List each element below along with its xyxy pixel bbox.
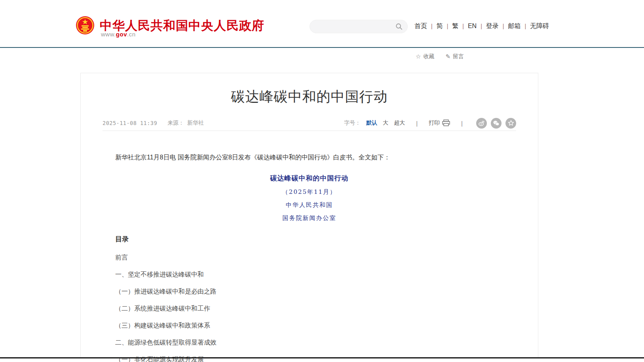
star-share-icon[interactable] <box>505 118 516 129</box>
document-author-line1: 中华人民共和国 <box>103 201 516 209</box>
search-icon[interactable] <box>395 23 403 30</box>
nav-separator: | <box>431 23 433 29</box>
search-input[interactable] <box>316 21 393 32</box>
meta-separator: | <box>461 120 463 127</box>
site-header: 中华人民共和国中央人民政府 www.gov.cn 首页|简|繁|EN|登录|邮箱… <box>0 0 644 48</box>
printer-icon <box>442 119 450 127</box>
toc-item-1-3: （三）构建碳达峰碳中和政策体系 <box>115 322 516 329</box>
pencil-icon: ✎ <box>445 53 450 60</box>
document-title: 碳达峰碳中和的中国行动 <box>103 174 516 183</box>
font-size-large-button[interactable]: 大 <box>383 119 388 127</box>
article-meta-left: 2025-11-08 11:39 来源：新华社 <box>103 119 204 127</box>
article-date: 2025-11-08 11:39 <box>103 120 157 126</box>
meta-divider <box>103 131 516 131</box>
nav-separator: | <box>447 23 448 29</box>
nav-english[interactable]: EN <box>467 23 477 29</box>
comment-label: 留言 <box>453 53 464 60</box>
site-url-cn: .cn <box>127 31 136 38</box>
share-icons <box>476 118 516 129</box>
toc-item-1-1: （一）推进碳达峰碳中和是必由之路 <box>115 288 516 295</box>
nav-separator: | <box>481 23 482 29</box>
nav-separator: | <box>462 23 464 29</box>
star-outline-icon: ☆ <box>416 53 421 60</box>
document-date: （2025年11月） <box>103 188 516 196</box>
gov-cn-article-page: { "header": { "site_title": "中华人民共和国中央人民… <box>0 0 644 362</box>
toc-item-1-2: （二）系统推进碳达峰碳中和工作 <box>115 305 516 312</box>
print-button[interactable]: 打印 <box>429 119 450 127</box>
weibo-share-icon[interactable] <box>476 118 487 129</box>
national-emblem-logo <box>76 16 95 35</box>
print-label: 打印 <box>429 119 440 127</box>
source-label: 来源： <box>167 119 184 126</box>
article-card: 碳达峰碳中和的中国行动 2025-11-08 11:39 来源：新华社 字号： … <box>80 73 538 358</box>
nav-separator: | <box>524 23 526 29</box>
toc-item-1: 一、坚定不移推进碳达峰碳中和 <box>115 271 516 278</box>
source-value: 新华社 <box>187 119 204 126</box>
page-actions: ☆ 收藏 ✎ 留言 <box>416 52 464 61</box>
national-emblem-icon <box>76 16 95 35</box>
document-author-line2: 国务院新闻办公室 <box>103 214 516 222</box>
article-title: 碳达峰碳中和的中国行动 <box>103 87 516 106</box>
lead-paragraph: 新华社北京11月8日电 国务院新闻办公室8日发布《碳达峰碳中和的中国行动》白皮书… <box>103 152 516 163</box>
document-heading-block: 碳达峰碳中和的中国行动 （2025年11月） 中华人民共和国 国务院新闻办公室 <box>103 174 516 222</box>
nav-mail[interactable]: 邮箱 <box>507 23 521 29</box>
nav-login[interactable]: 登录 <box>485 23 500 29</box>
toc-item-2: 二、能源绿色低碳转型取得显著成效 <box>115 339 516 346</box>
site-url: www.gov.cn <box>101 31 136 38</box>
toc-item-preface: 前言 <box>115 254 516 261</box>
toc-heading: 目录 <box>115 235 516 244</box>
font-size-default-button[interactable]: 默认 <box>366 119 377 127</box>
article-meta-row: 2025-11-08 11:39 来源：新华社 字号： 默认 大 超大 | 打印… <box>103 119 516 127</box>
bottom-window-edge <box>0 357 644 358</box>
font-size-xlarge-button[interactable]: 超大 <box>394 119 405 127</box>
wechat-share-icon[interactable] <box>491 118 502 129</box>
comment-button[interactable]: ✎ 留言 <box>445 53 464 60</box>
article-source: 来源：新华社 <box>167 119 204 127</box>
favorite-button[interactable]: ☆ 收藏 <box>416 53 434 60</box>
site-url-www: www. <box>101 31 116 38</box>
search-box[interactable] <box>310 20 408 33</box>
nav-simplified[interactable]: 简 <box>436 23 444 29</box>
article-meta-right: 字号： 默认 大 超大 | 打印 | <box>344 118 516 129</box>
top-nav: 首页|简|繁|EN|登录|邮箱|无障碍 <box>414 22 627 30</box>
site-url-gov: gov <box>116 31 127 38</box>
nav-separator: | <box>503 23 504 29</box>
favorite-label: 收藏 <box>423 53 434 60</box>
nav-accessibility[interactable]: 无障碍 <box>529 23 550 29</box>
nav-traditional[interactable]: 繁 <box>451 23 459 29</box>
meta-separator: | <box>416 120 418 127</box>
font-size-label: 字号： <box>344 119 361 127</box>
nav-home[interactable]: 首页 <box>414 23 428 29</box>
